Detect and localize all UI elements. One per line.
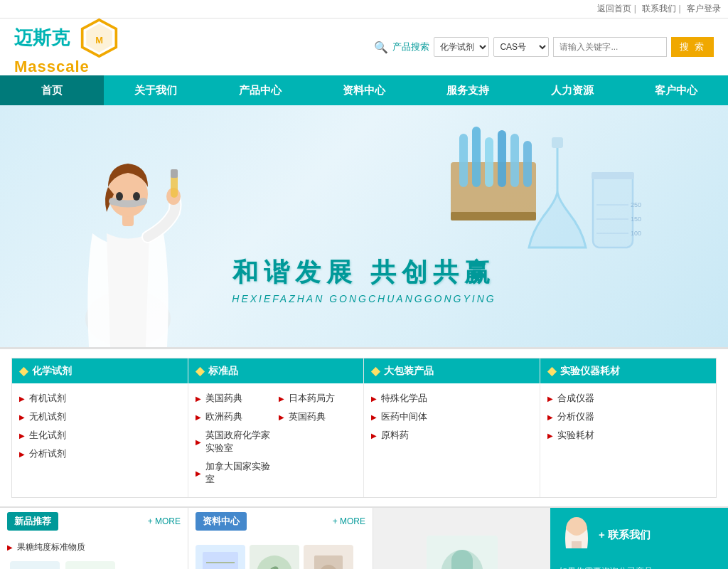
cat-title-std: 标准品 xyxy=(208,365,238,378)
cat-arrow-icon: ▶ xyxy=(371,432,377,440)
contact-title: + 联系我们 xyxy=(599,528,651,542)
svg-point-7 xyxy=(133,192,140,201)
hero-slogan-cn: 和谐发展 共创共赢 xyxy=(232,255,496,290)
cat-item-api[interactable]: ▶ 原料药 xyxy=(371,426,532,445)
new-products-content: ▶ 果糖纯度标准物质 xyxy=(0,535,188,569)
new-products-title: 新品推荐 xyxy=(7,512,58,531)
new-products-section: 新品推荐 + MORE ▶ 果糖纯度标准物质 xyxy=(0,508,188,569)
cat-item-ep[interactable]: ▶ 欧洲药典 xyxy=(196,408,273,426)
header: 迈斯克 M Masscale 🔍 产品搜索 化学试剂 标准品 大包装 仪器耗材 … xyxy=(0,18,728,75)
svg-text:M: M xyxy=(95,34,103,45)
logo-area: 迈斯克 M Masscale xyxy=(14,18,119,76)
sep2: | xyxy=(679,4,683,14)
cat-item-label: 有机试剂 xyxy=(29,392,66,405)
nav-item-home[interactable]: 首页 xyxy=(0,75,104,105)
cat-item-label: 合成仪器 xyxy=(557,392,594,405)
svg-rect-30 xyxy=(65,561,115,569)
cat-arrow-icon: ▶ xyxy=(196,395,201,403)
search-area: 🔍 产品搜索 化学试剂 标准品 大包装 仪器耗材 CAS号 产品名称 目录号 搜… xyxy=(374,37,714,57)
nav-item-customer[interactable]: 客户中心 xyxy=(624,75,728,105)
bottom-main-area xyxy=(373,508,550,569)
data-thumb-3 xyxy=(304,545,353,569)
cat-col-chem: ◆ 化学试剂 ▶ 有机试剂 ▶ 无机试剂 ▶ 生化试剂 ▶ 分析试剂 xyxy=(12,358,188,497)
svg-rect-14 xyxy=(472,127,481,187)
cat-col-equip: ◆ 实验仪器耗材 ▶ 合成仪器 ▶ 分析仪器 ▶ 实验耗材 xyxy=(540,358,717,497)
data-center-more[interactable]: + MORE xyxy=(333,516,365,526)
cat-col-std: ◆ 标准品 ▶ 美国药典 ▶ 欧洲药典 ▶ 英国政府化学家实验室 xyxy=(188,358,365,497)
hero-slogan-en: HEXIEFAZHAN GONGCHUANGGONGYING xyxy=(232,293,496,304)
cat-arrow-icon: ▶ xyxy=(371,395,377,403)
nav-login-link[interactable]: 客户登录 xyxy=(687,4,721,14)
contact-section: + 联系我们 如果你需要咨询公司产品 xyxy=(550,508,728,569)
cat-item-supplies[interactable]: ▶ 实验耗材 xyxy=(547,426,710,445)
svg-rect-33 xyxy=(203,552,238,569)
svg-rect-15 xyxy=(485,137,493,187)
cat-item-lgc[interactable]: ▶ 英国政府化学家实验室 xyxy=(196,426,273,457)
new-products-more[interactable]: + MORE xyxy=(148,516,181,526)
svg-text:150: 150 xyxy=(631,216,641,223)
cat-arrow-icon: ▶ xyxy=(279,413,284,421)
new-products-header: 新品推荐 + MORE xyxy=(0,508,188,535)
cat-arrow-icon: ▶ xyxy=(19,413,25,421)
search-input[interactable] xyxy=(553,37,667,57)
nav-item-hr[interactable]: 人力资源 xyxy=(520,75,623,105)
search-button[interactable]: 搜 索 xyxy=(671,37,714,57)
logo-chinese: 迈斯克 xyxy=(14,26,70,50)
nav-item-about[interactable]: 关于我们 xyxy=(104,75,208,105)
cat-arrow-icon: ▶ xyxy=(19,450,25,458)
search-field-select[interactable]: CAS号 产品名称 目录号 xyxy=(493,37,549,57)
nav-item-products[interactable]: 产品中心 xyxy=(208,75,312,105)
cat-item-specialty[interactable]: ▶ 特殊化学品 xyxy=(371,389,532,408)
nav-home-link[interactable]: 返回首页 xyxy=(597,4,631,14)
svg-text:100: 100 xyxy=(631,230,641,237)
cat-arrow-icon: ▶ xyxy=(196,413,201,421)
contact-info: + 联系我们 xyxy=(599,528,651,548)
cat-item-label: 医药中间体 xyxy=(381,410,427,423)
nav-item-service[interactable]: 服务支持 xyxy=(416,75,520,105)
cat-col-bulk: ◆ 大包装产品 ▶ 特殊化学品 ▶ 医药中间体 ▶ 原料药 xyxy=(364,358,540,497)
product-thumb-1 xyxy=(10,561,60,569)
cat-item-label: 加拿大国家实验室 xyxy=(205,460,273,486)
cat-item-jp[interactable]: ▶ 日本药局方 xyxy=(279,389,356,408)
new-product-item[interactable]: ▶ 果糖纯度标准物质 xyxy=(7,539,181,555)
cat-item-usp[interactable]: ▶ 美国药典 xyxy=(196,389,273,408)
cat-header-bulk: ◆ 大包装产品 xyxy=(364,358,540,383)
cat-item-bio[interactable]: ▶ 生化试剂 xyxy=(19,426,181,445)
cat-item-analysis[interactable]: ▶ 分析试剂 xyxy=(19,445,181,463)
cat-item-organic[interactable]: ▶ 有机试剂 xyxy=(19,389,181,408)
std-sub-grid: ▶ 美国药典 ▶ 欧洲药典 ▶ 英国政府化学家实验室 ▶ 加拿大国家实验室 xyxy=(196,389,357,489)
navigation: 首页 关于我们 产品中心 资料中心 服务支持 人力资源 客户中心 xyxy=(0,75,728,105)
cat-item-analysis-equip[interactable]: ▶ 分析仪器 xyxy=(547,408,710,426)
cat-item-label: 生化试剂 xyxy=(29,429,66,442)
nav-contact-link[interactable]: 联系我们 xyxy=(642,4,676,14)
cat-arrow-icon: ▶ xyxy=(547,395,553,403)
cat-arrow-icon: ▶ xyxy=(19,395,25,403)
cat-item-pharma[interactable]: ▶ 医药中间体 xyxy=(371,408,532,426)
svg-text:250: 250 xyxy=(631,201,641,208)
cat-item-synth[interactable]: ▶ 合成仪器 xyxy=(547,389,710,408)
cat-title-chem: 化学试剂 xyxy=(32,365,72,378)
categories-grid: ◆ 化学试剂 ▶ 有机试剂 ▶ 无机试剂 ▶ 生化试剂 ▶ 分析试剂 xyxy=(11,358,717,498)
cat-item-bp[interactable]: ▶ 英国药典 xyxy=(279,408,356,426)
cat-arrow-icon: ▶ xyxy=(371,413,377,421)
cat-item-nrc[interactable]: ▶ 加拿大国家实验室 xyxy=(196,457,273,489)
cat-arrow-icon: ▶ xyxy=(547,413,553,421)
nav-item-resources[interactable]: 资料中心 xyxy=(312,75,416,105)
search-type-select[interactable]: 化学试剂 标准品 大包装 仪器耗材 xyxy=(434,37,489,57)
data-center-section: 资料中心 + MORE ⚗ xyxy=(188,508,373,569)
contact-description: 如果你需要咨询公司产品 xyxy=(559,565,719,569)
svg-rect-47 xyxy=(572,541,582,548)
cat-header-std: ◆ 标准品 xyxy=(188,358,364,383)
cat-icon-equip: ◆ xyxy=(547,364,556,378)
logo-block: 迈斯克 M Masscale xyxy=(14,18,119,76)
cat-item-label: 欧洲药典 xyxy=(205,410,242,423)
data-thumb-2: ⚗ xyxy=(250,545,299,569)
svg-rect-13 xyxy=(459,134,468,187)
svg-rect-19 xyxy=(552,137,563,148)
cat-item-inorganic[interactable]: ▶ 无机试剂 xyxy=(19,408,181,426)
cat-item-label: 英国政府化学家实验室 xyxy=(205,429,273,454)
cat-icon-bulk: ◆ xyxy=(371,364,380,378)
cat-item-label: 分析仪器 xyxy=(557,410,594,423)
cat-title-equip: 实验仪器耗材 xyxy=(560,365,620,378)
categories-section: ◆ 化学试剂 ▶ 有机试剂 ▶ 无机试剂 ▶ 生化试剂 ▶ 分析试剂 xyxy=(0,347,728,506)
